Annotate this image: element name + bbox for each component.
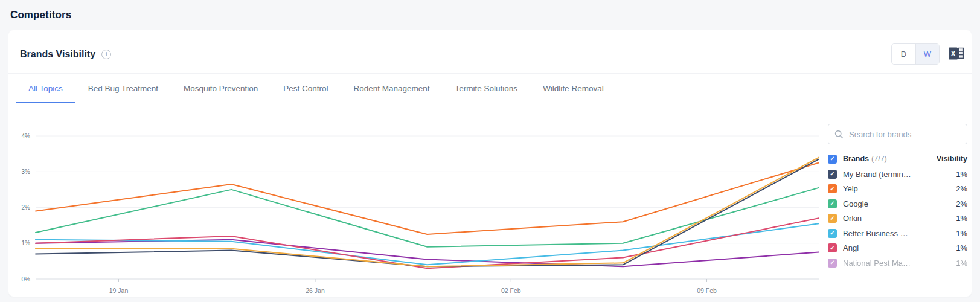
page-title: Competitors (0, 0, 980, 21)
select-all-checkbox[interactable] (828, 155, 837, 164)
x-tick-label-02-feb: 02 Feb (501, 287, 521, 294)
visibility-line-chart: 0%1%2%3%4%19 Jan26 Jan02 Feb09 Feb (21, 118, 819, 299)
brand-checkbox[interactable] (828, 259, 837, 268)
line-orkin (36, 158, 819, 267)
brand-label: Yelp (843, 184, 951, 193)
legend-row-orkin[interactable]: Orkin 1% (828, 211, 967, 226)
tab-mosquito-prevention[interactable]: Mosquito Prevention (171, 74, 271, 103)
brand-visibility-value: 1% (956, 214, 967, 223)
brand-checkbox[interactable] (828, 214, 837, 223)
y-tick-label-1%: 1% (22, 240, 31, 246)
brand-checkbox[interactable] (828, 199, 837, 208)
chart-canvas: 0%1%2%3%4%19 Jan26 Jan02 Feb09 Feb (21, 118, 819, 299)
legend-row-my-brand-termin[interactable]: My Brand (termin… 1% (828, 167, 967, 182)
brand-search-input[interactable] (849, 130, 961, 139)
excel-icon: X (948, 46, 964, 63)
x-tick-label-09-feb: 09 Feb (697, 287, 717, 294)
legend-header-row[interactable]: Brands (7/7) Visibility (828, 151, 967, 167)
brand-label: My Brand (termin… (843, 170, 951, 179)
brand-visibility-value: 1% (956, 243, 967, 252)
header-actions: D W X (891, 43, 964, 65)
line-national-pest-ma (36, 240, 819, 266)
toggle-weekly-button[interactable]: W (915, 44, 939, 64)
brand-checkbox[interactable] (828, 184, 837, 193)
line-my-brand-termin (36, 159, 819, 267)
brands-legend-panel: Brands (7/7) Visibility My Brand (termin… (828, 124, 967, 299)
tab-pest-control[interactable]: Pest Control (271, 74, 341, 103)
legend-row-national-pest-ma[interactable]: National Pest Ma… 1% (828, 255, 967, 271)
svg-text:X: X (950, 50, 955, 58)
legend-row-google[interactable]: Google 2% (828, 196, 967, 211)
legend-row-better-business[interactable]: Better Business … 1% (828, 226, 967, 241)
brand-checkbox[interactable] (828, 229, 837, 238)
card-header: Brands Visibility i D W X (8, 30, 972, 65)
brand-visibility-value: 2% (956, 184, 967, 193)
brand-visibility-value: 2% (956, 199, 967, 208)
line-better-business (36, 223, 819, 265)
y-tick-label-0%: 0% (22, 276, 31, 283)
y-tick-label-3%: 3% (22, 169, 31, 175)
brand-visibility-value: 1% (956, 170, 967, 179)
x-tick-label-19-jan: 19 Jan (109, 287, 129, 294)
tab-all-topics[interactable]: All Topics (16, 74, 75, 103)
topic-tabs: All TopicsBed Bug TreatmentMosquito Prev… (8, 73, 972, 103)
legend-visibility-column-header: Visibility (937, 155, 967, 163)
y-tick-label-2%: 2% (22, 204, 31, 211)
info-icon[interactable]: i (101, 50, 111, 59)
tab-wildlife-removal[interactable]: Wildlife Removal (530, 74, 617, 103)
brand-search-box (828, 124, 967, 144)
brands-visibility-card: Brands Visibility i D W X (8, 30, 972, 297)
brand-label: National Pest Ma… (843, 259, 951, 268)
card-title: Brands Visibility (20, 49, 95, 60)
chart-section: 0%1%2%3%4%19 Jan26 Jan02 Feb09 Feb Brand… (8, 103, 972, 299)
brand-checkbox[interactable] (828, 243, 837, 252)
legend-header-count: (7/7) (871, 155, 887, 163)
legend-row-yelp[interactable]: Yelp 2% (828, 182, 967, 197)
brand-label: Angi (843, 243, 951, 252)
tab-bed-bug-treatment[interactable]: Bed Bug Treatment (75, 74, 171, 103)
brand-checkbox[interactable] (828, 170, 837, 179)
legend-rows: My Brand (termin… 1% Yelp 2% Google 2% O… (828, 167, 967, 271)
legend-row-angi[interactable]: Angi 1% (828, 241, 967, 256)
x-tick-label-26-jan: 26 Jan (306, 287, 325, 294)
brand-visibility-value: 1% (956, 259, 967, 268)
line-google (36, 188, 819, 247)
toggle-daily-button[interactable]: D (892, 44, 915, 64)
excel-export-button[interactable]: X (948, 46, 964, 63)
brand-label: Orkin (843, 214, 951, 223)
y-tick-label-4%: 4% (22, 133, 31, 140)
brand-label: Better Business … (843, 229, 951, 238)
period-toggle: D W (891, 43, 940, 65)
tab-rodent-management[interactable]: Rodent Management (341, 74, 442, 103)
search-icon (834, 130, 844, 139)
legend-header-label: Brands (843, 155, 869, 163)
brand-visibility-value: 1% (956, 229, 967, 238)
line-yelp (36, 162, 819, 234)
tab-termite-solutions[interactable]: Termite Solutions (443, 74, 531, 103)
brand-label: Google (843, 199, 951, 208)
